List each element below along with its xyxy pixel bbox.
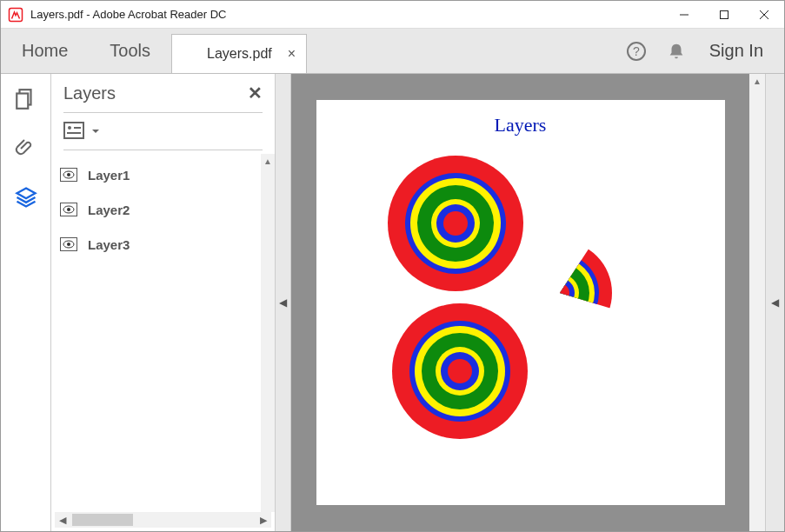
layer-name: Layer3 [88,237,130,252]
collapse-tools-handle[interactable]: ◀ [765,74,784,531]
layer-visibility-toggle[interactable] [60,237,77,251]
layer-row[interactable]: Layer2 [55,192,257,227]
chevron-down-icon [91,127,100,136]
document-viewport[interactable]: Layers [291,74,749,531]
app-window: Layers.pdf - Adobe Acrobat Reader DC Hom… [0,0,785,532]
document-title: Layers [316,100,725,136]
scroll-left-icon[interactable]: ◀ [55,515,70,526]
svg-rect-8 [17,94,28,109]
document-page: Layers [316,100,725,505]
window-title: Layers.pdf - Adobe Acrobat Reader DC [30,8,226,21]
main-body: Layers ✕ [1,74,784,531]
minimize-icon [679,10,689,20]
layers-button[interactable] [14,185,38,209]
svg-text:?: ? [633,44,640,58]
app-icon [8,7,23,23]
tabs-bar: Home Tools Layers.pdf × ? Sign In [1,29,784,74]
tab-tools[interactable]: Tools [89,29,171,73]
scroll-up-icon[interactable]: ▲ [749,74,765,88]
options-icon [63,122,88,141]
tab-home[interactable]: Home [1,29,89,73]
svg-point-10 [68,126,71,130]
eye-icon [63,240,75,249]
tab-document-label: Layers.pdf [207,46,272,62]
title-bar: Layers.pdf - Adobe Acrobat Reader DC [1,1,784,29]
svg-point-32 [550,283,569,303]
layer-visibility-toggle[interactable] [60,203,77,216]
layers-icon [14,185,38,209]
paperclip-icon [14,136,35,157]
layers-options-button[interactable] [51,116,275,146]
close-window-button[interactable] [744,1,784,29]
collapse-panel-handle[interactable]: ◀ [276,74,291,531]
divider [63,112,263,113]
document-graphics [316,136,725,449]
layer-visibility-toggle[interactable] [60,168,77,182]
minimize-button[interactable] [664,1,704,29]
document-vertical-scrollbar[interactable]: ▲ [749,74,765,531]
layers-list: Layer1 Layer2 Layer3 [51,154,261,512]
pages-icon [14,88,37,110]
bell-icon [667,42,686,61]
scroll-up-icon[interactable]: ▲ [261,154,275,168]
notifications-button[interactable] [664,39,689,63]
svg-point-18 [67,243,70,246]
eye-icon [63,205,75,214]
scroll-right-icon[interactable]: ▶ [256,515,271,526]
tab-document[interactable]: Layers.pdf × [171,34,307,73]
svg-point-25 [443,211,468,236]
close-icon [759,10,769,20]
scrollbar-thumb[interactable] [72,514,133,526]
layers-panel-title: Layers [63,83,248,103]
maximize-button[interactable] [704,1,744,29]
thumbnails-button[interactable] [14,88,38,112]
tab-document-close[interactable]: × [288,46,296,62]
layer-name: Layer1 [88,168,130,183]
document-area: Layers [291,74,765,531]
layer-name: Layer2 [88,203,130,217]
maximize-icon [719,10,729,20]
svg-point-14 [67,173,70,176]
svg-rect-2 [721,10,728,18]
svg-rect-9 [64,123,83,138]
sign-in-button[interactable]: Sign In [704,41,768,61]
layers-vertical-scrollbar[interactable]: ▲ [261,154,275,512]
layers-horizontal-scrollbar[interactable]: ◀ ▶ [55,512,271,528]
help-icon: ? [626,41,647,62]
help-button[interactable]: ? [624,39,649,63]
layers-panel: Layers ✕ [51,74,276,531]
svg-point-16 [67,208,70,211]
attachments-button[interactable] [14,136,38,161]
layer-row[interactable]: Layer1 [55,157,257,192]
eye-icon [63,170,75,179]
svg-point-39 [448,359,472,383]
layers-panel-close[interactable]: ✕ [248,83,263,103]
divider [63,150,263,150]
left-rail [1,74,51,531]
layer-row[interactable]: Layer3 [55,227,257,262]
